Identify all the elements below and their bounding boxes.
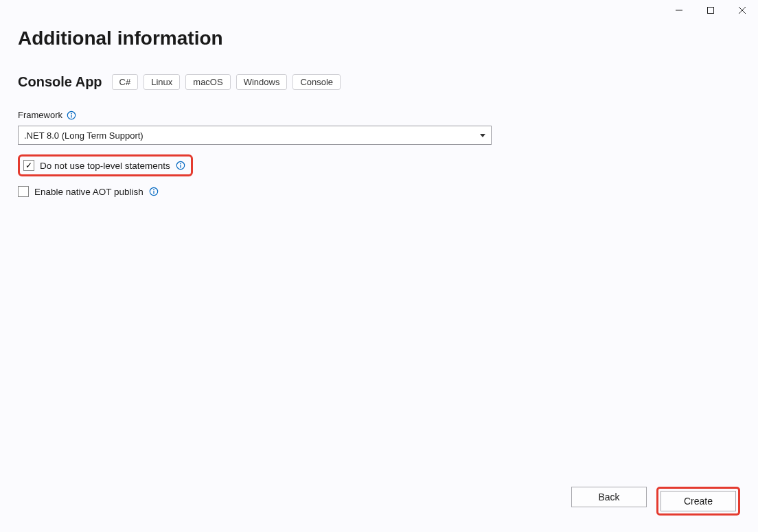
maximize-button[interactable] [695, 0, 726, 21]
native-aot-label: Enable native AOT publish [34, 187, 143, 197]
page-title: Additional information [18, 27, 223, 49]
chevron-down-icon [480, 134, 485, 137]
native-aot-checkbox[interactable] [18, 186, 29, 197]
svg-point-11 [153, 189, 154, 191]
svg-rect-12 [153, 191, 154, 194]
project-template-name: Console App [18, 74, 102, 90]
framework-label: Framework [18, 110, 62, 120]
highlight-annotation: Create [656, 487, 740, 516]
highlight-annotation: Do not use top-level statements [18, 154, 193, 176]
tag: macOS [185, 74, 230, 90]
no-top-level-label: Do not use top-level statements [40, 161, 170, 171]
tag: Console [292, 74, 341, 90]
info-icon[interactable] [176, 161, 185, 170]
tag: Linux [143, 74, 180, 90]
info-icon[interactable] [67, 111, 76, 120]
close-button[interactable] [726, 0, 758, 21]
tag: Windows [236, 74, 288, 90]
minimize-button[interactable] [663, 0, 695, 21]
project-tags: C# Linux macOS Windows Console [112, 74, 341, 90]
create-button[interactable]: Create [661, 491, 736, 511]
tag: C# [112, 74, 139, 90]
back-button[interactable]: Back [571, 487, 647, 507]
svg-point-5 [71, 113, 72, 114]
svg-point-8 [180, 163, 181, 165]
svg-rect-1 [708, 8, 714, 14]
info-icon[interactable] [149, 187, 159, 196]
svg-rect-9 [180, 165, 181, 167]
no-top-level-checkbox[interactable] [23, 160, 34, 171]
framework-select[interactable]: .NET 8.0 (Long Term Support) [18, 126, 492, 145]
framework-selected-value: .NET 8.0 (Long Term Support) [24, 130, 143, 141]
svg-rect-6 [71, 115, 71, 117]
